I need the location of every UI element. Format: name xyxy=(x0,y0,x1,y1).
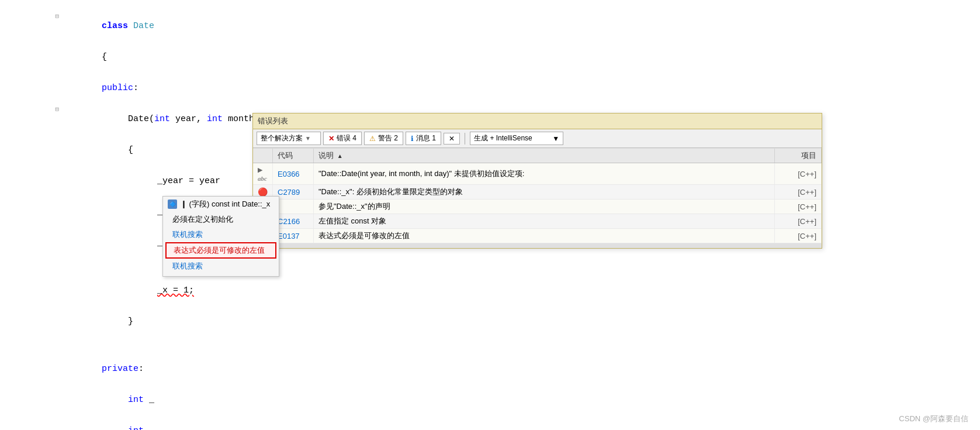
clear-icon: ✕ xyxy=(449,135,455,143)
clear-filter-btn[interactable]: ✕ xyxy=(444,133,460,145)
error-panel: 错误列表 整个解决方案 ▼ ✕ 错误 4 ⚠ 警告 2 ℹ 消息 1 ✕ 生成 xyxy=(252,113,822,249)
error-toolbar: 整个解决方案 ▼ ✕ 错误 4 ⚠ 警告 2 ℹ 消息 1 ✕ 生成 + Int… xyxy=(253,129,822,148)
code-line-10: _x = 1; xyxy=(0,275,980,306)
code-line-9 xyxy=(0,259,980,275)
code-content-3: public: xyxy=(67,73,980,103)
code-content-13: private: xyxy=(67,354,980,384)
scope-arrow-icon: ▼ xyxy=(305,135,311,142)
col-icon xyxy=(253,149,273,163)
col-desc[interactable]: 说明 ▲ xyxy=(314,149,775,163)
scope-label: 整个解决方案 xyxy=(261,133,303,143)
code-line-12 xyxy=(0,337,980,353)
tooltip-item-1[interactable]: 必须在定义初始化 xyxy=(163,212,279,227)
error-desc-cell: 表达式必须是可修改的左值 xyxy=(314,229,775,243)
gutter-4: ⊟ xyxy=(0,105,67,113)
table-row: 🔴 C2166 左值指定 const 对象 [C++] xyxy=(253,214,822,229)
code-line-14: int _ xyxy=(0,384,980,415)
tooltip-header: 🔷 ❙ (字段) const int Date::_x xyxy=(163,197,279,212)
code-content-11: } xyxy=(67,307,980,336)
table-row: abc E0137 表达式必须是可修改的左值 [C++] xyxy=(253,229,822,243)
table-row: ▶ abc E0366 "Date::Date(int year, int mo… xyxy=(253,163,822,185)
error-code-cell: E0366 xyxy=(273,163,314,185)
tooltip-item-search-2[interactable]: 联机搜索 xyxy=(163,259,279,276)
code-content-2: { xyxy=(67,42,980,72)
error-filter-btn[interactable]: ✕ 错误 4 xyxy=(323,132,362,145)
warning-count-label: 警告 2 xyxy=(378,133,398,143)
abc-icon: abc xyxy=(258,175,267,182)
code-content-15: int _ xyxy=(67,416,980,430)
scope-selector[interactable]: 整个解决方案 ▼ xyxy=(257,132,321,145)
code-content-14: int _ xyxy=(67,385,980,415)
error-panel-title: 错误列表 xyxy=(253,113,822,129)
code-content-10: _x = 1; xyxy=(67,276,980,305)
expand-arrow-icon[interactable]: ▶ xyxy=(258,166,262,173)
error-table: 代码 说明 ▲ 项目 ▶ abc E0366 "Date::Date(int y… xyxy=(253,149,822,243)
table-row: 🔴 C2789 "Date::_x": 必须初始化常量限定类型的对象 [C++] xyxy=(253,185,822,199)
error-desc-cell: "Date::Date(int year, int month, int day… xyxy=(314,163,775,185)
code-line-3: public: xyxy=(0,73,980,104)
info-count-label: 消息 1 xyxy=(416,133,436,143)
code-line-11: } xyxy=(0,306,980,337)
tooltip-field-icon: 🔷 xyxy=(168,199,177,209)
classname-date: Date xyxy=(133,21,154,31)
keyword-class: class xyxy=(102,21,133,31)
gen-label: 生成 + IntelliSense xyxy=(474,133,532,143)
warning-icon: ⚠ xyxy=(369,135,376,143)
info-icon: ℹ xyxy=(411,135,414,143)
error-project-cell: [C++] xyxy=(775,163,822,185)
error-project-cell: [C++] xyxy=(775,229,822,243)
error-desc-cell: 左值指定 const 对象 xyxy=(314,214,775,229)
collapse-icon-1[interactable]: ⊟ xyxy=(55,12,59,20)
code-line-1: ⊟ class Date xyxy=(0,11,980,42)
col-code[interactable]: 代码 xyxy=(273,149,314,163)
tooltip-header-text: ❙ (字段) const int Date::_x xyxy=(181,199,270,209)
error-desc-cell: 参见"Date::_x"的声明 xyxy=(314,199,775,214)
gen-selector[interactable]: 生成 + IntelliSense ▼ xyxy=(470,132,563,145)
error-scroll-area[interactable]: 代码 说明 ▲ 项目 ▶ abc E0366 "Date::Date(int y… xyxy=(253,148,822,248)
error-icon: ✕ xyxy=(328,135,334,143)
tooltip-popup: 🔷 ❙ (字段) const int Date::_x 必须在定义初始化 联机搜… xyxy=(162,196,279,277)
code-line-2: { xyxy=(0,42,980,73)
gutter-1: ⊟ xyxy=(0,12,67,20)
info-filter-btn[interactable]: ℹ 消息 1 xyxy=(406,132,441,145)
code-content-1: class Date xyxy=(67,11,980,41)
horizontal-scrollbar[interactable] xyxy=(253,243,822,248)
error-project-cell: [C++] xyxy=(775,214,822,229)
code-line-13: private: xyxy=(0,353,980,384)
col-project[interactable]: 项目 xyxy=(775,149,822,163)
code-line-15: int _ xyxy=(0,415,980,430)
collapse-icon-4[interactable]: ⊟ xyxy=(55,105,59,113)
tooltip-item-highlighted[interactable]: 表达式必须是可修改的左值 xyxy=(165,242,276,259)
error-count-label: 错误 4 xyxy=(337,133,356,143)
watermark: CSDN @阿森要自信 xyxy=(899,414,968,424)
table-row: 🔵 参见"Date::_x"的声明 [C++] xyxy=(253,199,822,214)
gen-arrow-icon: ▼ xyxy=(552,135,559,143)
error-project-cell: [C++] xyxy=(775,185,822,199)
error-project-cell: [C++] xyxy=(775,199,822,214)
warning-filter-btn[interactable]: ⚠ 警告 2 xyxy=(364,132,403,145)
error-desc-cell: "Date::_x": 必须初始化常量限定类型的对象 xyxy=(314,185,775,199)
tooltip-item-search-1[interactable]: 联机搜索 xyxy=(163,227,279,242)
toolbar-separator xyxy=(465,133,465,145)
table-header-row: 代码 说明 ▲ 项目 xyxy=(253,149,822,163)
code-content-12 xyxy=(67,338,980,348)
sort-arrow-icon: ▲ xyxy=(337,153,343,159)
row-icon-cell: ▶ abc xyxy=(253,163,273,185)
error-circle-icon: 🔴 xyxy=(258,187,268,197)
